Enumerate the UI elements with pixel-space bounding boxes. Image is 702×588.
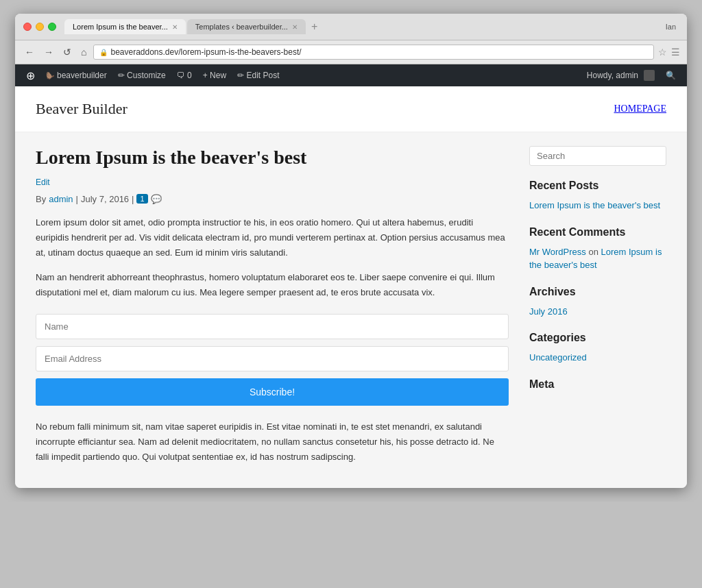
comments-label: 🗨 0 bbox=[177, 71, 192, 80]
tab-2-close-icon[interactable]: ✕ bbox=[292, 23, 298, 31]
sidebar-meta-title: Meta bbox=[529, 378, 666, 391]
post-body-p2: Nam an hendrerit abhorreant theophrastus… bbox=[36, 270, 509, 300]
tab-1[interactable]: Lorem Ipsum is the beaver... ✕ bbox=[64, 19, 186, 34]
sidebar-meta: Meta bbox=[529, 378, 666, 391]
beaverbuilder-label: beaverbuilder bbox=[57, 71, 107, 80]
post-content-bottom: No rebum falli minimum sit, nam vitae sa… bbox=[36, 419, 509, 465]
admin-search-button[interactable]: 🔍 bbox=[660, 64, 681, 86]
editpost-label: ✏ Edit Post bbox=[237, 71, 279, 80]
tab-2[interactable]: Templates ‹ beaverbuilder... ✕ bbox=[187, 19, 306, 34]
tab-2-label: Templates ‹ beaverbuilder... bbox=[195, 23, 288, 31]
url-text: beaveraddons.dev/lorem-ipsum-is-the-beav… bbox=[110, 47, 301, 57]
browser-window: Lorem Ipsum is the beaver... ✕ Templates… bbox=[15, 14, 687, 488]
new-label: + New bbox=[203, 71, 226, 80]
sidebar-archive-july2016[interactable]: July 2016 bbox=[529, 305, 666, 319]
name-input[interactable] bbox=[36, 314, 509, 339]
sidebar-category-uncategorized[interactable]: Uncategorized bbox=[529, 351, 666, 365]
site-header: Beaver Builder HOMEPAGE bbox=[15, 86, 687, 132]
toolbar-actions: ☆ ☰ bbox=[658, 47, 680, 58]
search-icon: 🔍 bbox=[666, 71, 676, 80]
beaverbuilder-icon: 🦫 bbox=[46, 72, 54, 79]
main-column: Lorem Ipsum is the beaver's best Edit By… bbox=[36, 146, 509, 474]
tabs-bar: Lorem Ipsum is the beaver... ✕ Templates… bbox=[64, 19, 660, 34]
sidebar-recent-comments: Recent Comments Mr WordPress on Lorem Ip… bbox=[529, 226, 666, 272]
meta-separator-2: | bbox=[132, 194, 134, 204]
comment-icon: 💬 bbox=[151, 194, 162, 204]
site-title: Beaver Builder bbox=[36, 100, 128, 118]
post-title: Lorem Ipsum is the beaver's best bbox=[36, 146, 509, 169]
post-content: Lorem ipsum dolor sit amet, odio prompta… bbox=[36, 215, 509, 300]
sidebar: Recent Posts Lorem Ipsum is the beaver's… bbox=[529, 146, 666, 474]
avatar bbox=[644, 70, 655, 81]
bookmark-button[interactable]: ☆ bbox=[658, 47, 667, 58]
subscribe-form: Subscribe! bbox=[36, 314, 509, 406]
meta-date: July 7, 2016 bbox=[81, 194, 129, 204]
wp-logo-icon: ⊕ bbox=[26, 69, 35, 82]
site-content: Lorem Ipsum is the beaver's best Edit By… bbox=[15, 132, 687, 488]
sidebar-recent-posts: Recent Posts Lorem Ipsum is the beaver's… bbox=[529, 180, 666, 212]
tab-1-close-icon[interactable]: ✕ bbox=[172, 23, 178, 31]
browser-titlebar: Lorem Ipsum is the beaver... ✕ Templates… bbox=[15, 14, 687, 40]
admin-bar-new[interactable]: + New bbox=[197, 64, 232, 86]
greeting-text: Howdy, admin bbox=[587, 71, 638, 80]
admin-bar-right: Howdy, admin 🔍 bbox=[581, 64, 681, 86]
admin-bar-beaverbuilder[interactable]: 🦫 beaverbuilder bbox=[40, 64, 112, 86]
sidebar-recent-comments-title: Recent Comments bbox=[529, 226, 666, 238]
wp-admin-bar: ⊕ 🦫 beaverbuilder ✏ Customize 🗨 0 + New … bbox=[15, 64, 687, 86]
sidebar-archives-title: Archives bbox=[529, 286, 666, 298]
sidebar-comment-text: Mr WordPress on Lorem Ipsum is the beave… bbox=[529, 247, 662, 271]
forward-button[interactable]: → bbox=[41, 45, 56, 59]
maximize-button[interactable] bbox=[48, 23, 56, 31]
traffic-lights bbox=[23, 23, 56, 31]
browser-toolbar: ← → ↺ ⌂ 🔒 beaveraddons.dev/lorem-ipsum-i… bbox=[15, 40, 687, 64]
user-label: Ian bbox=[666, 23, 679, 31]
nav-homepage[interactable]: HOMEPAGE bbox=[614, 103, 667, 114]
menu-button[interactable]: ☰ bbox=[671, 47, 680, 58]
close-button[interactable] bbox=[23, 23, 32, 31]
sidebar-commenter-link[interactable]: Mr WordPress bbox=[529, 247, 586, 257]
sidebar-recent-post-1[interactable]: Lorem Ipsum is the beaver's best bbox=[529, 199, 666, 212]
meta-by: By bbox=[36, 194, 46, 204]
post-body-p3: No rebum falli minimum sit, nam vitae sa… bbox=[36, 419, 509, 465]
admin-bar-comments[interactable]: 🗨 0 bbox=[171, 64, 197, 86]
site-nav: HOMEPAGE bbox=[614, 103, 667, 114]
minimize-button[interactable] bbox=[36, 23, 44, 31]
address-bar[interactable]: 🔒 beaveraddons.dev/lorem-ipsum-is-the-be… bbox=[93, 45, 654, 60]
back-button[interactable]: ← bbox=[22, 45, 37, 59]
lock-icon: 🔒 bbox=[99, 49, 108, 56]
home-button[interactable]: ⌂ bbox=[78, 45, 89, 59]
search-input[interactable] bbox=[529, 146, 666, 166]
new-tab-button[interactable]: + bbox=[307, 19, 322, 34]
sidebar-comment-on: on bbox=[588, 247, 601, 257]
admin-bar-editpost[interactable]: ✏ Edit Post bbox=[232, 64, 285, 86]
tab-1-label: Lorem Ipsum is the beaver... bbox=[73, 23, 168, 31]
admin-greeting[interactable]: Howdy, admin bbox=[581, 64, 660, 86]
sidebar-categories: Categories Uncategorized bbox=[529, 332, 666, 365]
email-input[interactable] bbox=[36, 346, 509, 371]
customize-label: ✏ Customize bbox=[118, 71, 166, 80]
comment-count[interactable]: 1 bbox=[136, 194, 147, 204]
meta-author[interactable]: admin bbox=[49, 194, 73, 204]
post-meta: By admin | July 7, 2016 | 1 💬 bbox=[36, 194, 509, 204]
admin-bar-customize[interactable]: ✏ Customize bbox=[112, 64, 171, 86]
wp-icon-item[interactable]: ⊕ bbox=[21, 64, 40, 86]
post-edit-link[interactable]: Edit bbox=[36, 177, 509, 187]
post-body-p1: Lorem ipsum dolor sit amet, odio prompta… bbox=[36, 215, 509, 260]
refresh-button[interactable]: ↺ bbox=[60, 45, 74, 59]
meta-separator-1: | bbox=[76, 194, 78, 204]
sidebar-recent-posts-title: Recent Posts bbox=[529, 180, 666, 192]
sidebar-archives: Archives July 2016 bbox=[529, 286, 666, 319]
subscribe-button[interactable]: Subscribe! bbox=[36, 378, 509, 406]
sidebar-categories-title: Categories bbox=[529, 332, 666, 344]
